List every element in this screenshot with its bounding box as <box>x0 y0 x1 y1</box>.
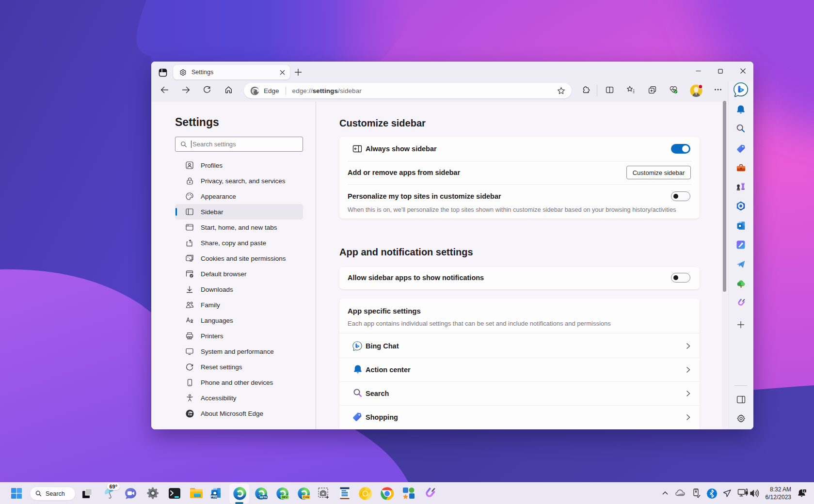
svg-text:DEV: DEV <box>282 496 287 499</box>
svg-text:PRE: PRE <box>210 494 218 498</box>
svg-text:BETA: BETA <box>259 496 267 499</box>
svg-text:CAN: CAN <box>303 496 309 499</box>
svg-text:z: z <box>803 489 805 492</box>
